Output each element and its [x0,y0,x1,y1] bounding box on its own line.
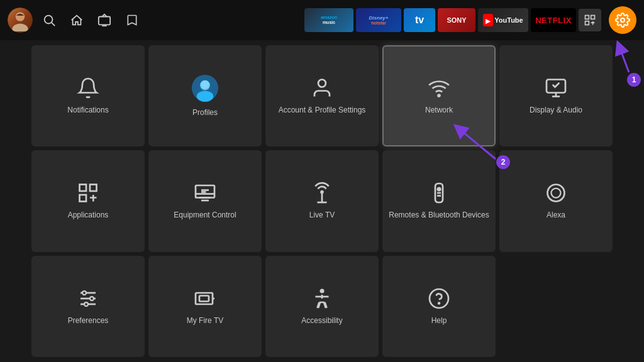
live-tv-tile[interactable]: Live TV [265,150,379,251]
search-icon[interactable] [38,9,60,31]
applications-label: Applications [68,211,109,221]
accessibility-icon [311,287,333,310]
alexa-icon [545,182,567,204]
settings-gear-button[interactable] [609,6,636,34]
profiles-tile[interactable]: Profiles [148,45,262,146]
svg-point-13 [197,90,213,102]
apps-icon [77,182,99,204]
svg-rect-39 [196,293,213,304]
monitor-icon [194,182,216,204]
youtube-app[interactable]: ▶ YouTube [478,8,528,32]
network-tile[interactable]: Network [382,45,496,146]
alexa-label: Alexa [547,211,565,221]
svg-rect-7 [586,16,589,19]
svg-point-14 [201,80,209,89]
svg-point-38 [84,302,88,306]
svg-point-37 [90,297,94,300]
svg-point-1 [12,23,28,31]
accessibility-label: Accessibility [301,316,342,326]
accessibility-tile[interactable]: Accessibility [265,256,379,357]
firetv-icon [194,287,216,310]
help-icon [428,287,450,310]
svg-point-43 [430,289,448,308]
svg-point-16 [438,94,440,96]
user-avatar[interactable] [8,8,33,33]
network-label: Network [425,106,453,116]
svg-point-10 [621,18,625,22]
sliders-icon [77,287,99,310]
remotes-bluetooth-tile[interactable]: Remotes & Bluetooth Devices [382,150,496,251]
bell-icon [77,77,99,99]
preferences-tile[interactable]: Preferences [31,256,145,357]
netflix-app[interactable]: NETFLIX [531,8,576,32]
tv-icon[interactable] [93,9,116,31]
my-fire-tv-label: My Fire TV [187,316,223,326]
svg-point-32 [552,189,561,198]
preferences-label: Preferences [68,316,109,326]
profiles-label: Profiles [192,108,218,118]
remote-icon [428,182,450,204]
svg-point-15 [318,79,326,87]
svg-line-4 [52,23,55,26]
svg-rect-41 [199,295,209,301]
svg-rect-18 [80,185,87,192]
disney-hotstar-app[interactable]: Disney+ hotstar [356,8,401,32]
svg-rect-20 [80,195,87,202]
antenna-icon [311,182,333,204]
notifications-tile[interactable]: Notifications [31,45,145,146]
live-tv-label: Live TV [309,211,335,221]
home-icon[interactable] [65,9,88,31]
app-shortcuts: amazon music Disney+ hotstar tv SONY ▶ Y… [304,8,601,32]
notifications-label: Notifications [67,106,108,116]
my-fire-tv-tile[interactable]: My Fire TV [148,256,262,357]
help-label: Help [431,316,447,326]
svg-point-31 [548,185,565,202]
svg-point-24 [321,191,323,193]
person-icon [311,77,333,99]
account-profile-tile[interactable]: Account & Profile Settings [265,45,379,146]
svg-point-3 [45,16,53,24]
svg-rect-9 [586,21,589,25]
svg-point-42 [321,289,324,292]
wifi-icon [428,77,450,99]
svg-rect-5 [99,17,110,25]
top-navigation: amazon music Disney+ hotstar tv SONY ▶ Y… [0,0,644,40]
svg-point-28 [438,188,441,191]
equipment-control-tile[interactable]: Equipment Control [148,150,262,251]
bookmark-icon[interactable] [121,9,143,31]
equipment-control-label: Equipment Control [174,211,236,221]
sony-app[interactable]: SONY [438,8,475,32]
svg-point-36 [82,291,86,295]
applications-tile[interactable]: Applications [31,150,145,251]
alexa-tile[interactable]: Alexa [499,150,613,251]
remotes-bluetooth-label: Remotes & Bluetooth Devices [389,211,489,221]
display-audio-tile[interactable]: Display & Audio [499,45,613,146]
profiles-icon [191,74,219,102]
svg-rect-8 [591,16,595,19]
help-tile[interactable]: Help [382,256,496,357]
account-profile-label: Account & Profile Settings [279,106,366,116]
display-audio-label: Display & Audio [530,106,582,116]
display-icon [545,77,567,99]
settings-grid: Notifications Profiles Account & Profile… [0,40,644,362]
all-apps-icon[interactable] [579,9,601,31]
tv-app[interactable]: tv [404,8,435,32]
svg-rect-19 [90,185,97,192]
amazon-music-app[interactable]: amazon music [304,8,353,32]
